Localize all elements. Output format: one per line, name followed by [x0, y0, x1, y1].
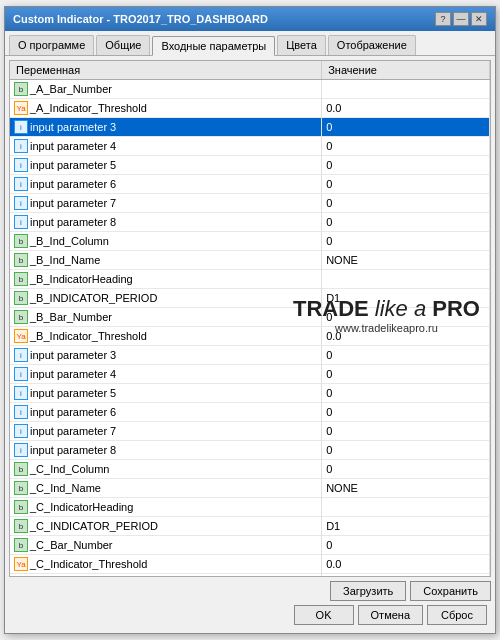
table-row[interactable]: iinput parameter 30 [10, 346, 490, 365]
row-type-icon: i [14, 196, 28, 210]
param-value-cell: 0 [322, 422, 490, 441]
table-row[interactable]: b_C_Ind_NameNONE [10, 479, 490, 498]
table-row[interactable]: b_B_Ind_Column0 [10, 232, 490, 251]
params-table-container[interactable]: TRADE like a PRO www.tradelikeapro.ru Пе… [9, 60, 491, 577]
table-row[interactable]: b_B_IndicatorHeading [10, 270, 490, 289]
cancel-button[interactable]: Отмена [358, 605, 423, 625]
save-button[interactable]: Сохранить [410, 581, 491, 601]
param-name-text: _B_IndicatorHeading [30, 273, 133, 285]
param-name-cell: b_C_Ind_Column [10, 460, 322, 479]
tab-input-params[interactable]: Входные параметры [152, 36, 275, 56]
param-name-cell: b_B_IndicatorHeading [10, 270, 322, 289]
reset-button[interactable]: Сброс [427, 605, 487, 625]
param-name-cell: Ya_A_Indicator_Threshold [10, 99, 322, 118]
param-name-cell: b_B_Bar_Number [10, 308, 322, 327]
param-value-cell: 0 [322, 403, 490, 422]
row-type-icon: Ya [14, 101, 28, 115]
param-name-text: _B_INDICATOR_PERIOD [30, 292, 157, 304]
tab-about[interactable]: О программе [9, 35, 94, 55]
param-value-cell: 0 [322, 175, 490, 194]
row-type-icon: b [14, 272, 28, 286]
param-name-text: input parameter 6 [30, 178, 116, 190]
table-row[interactable]: iinput parameter 60 [10, 175, 490, 194]
param-name-text: input parameter 5 [30, 159, 116, 171]
param-name-text: _A_Bar_Number [30, 83, 112, 95]
close-button[interactable]: ✕ [471, 12, 487, 26]
table-row[interactable]: iinput parameter 60 [10, 403, 490, 422]
minimize-button[interactable]: — [453, 12, 469, 26]
row-type-icon: b [14, 234, 28, 248]
table-row[interactable]: iinput parameter 50 [10, 384, 490, 403]
param-name-cell: iinput parameter 6 [10, 403, 322, 422]
table-row[interactable]: b_C_Ind_Column0 [10, 460, 490, 479]
param-name-cell: b_B_Ind_Column [10, 232, 322, 251]
table-row[interactable]: iinput parameter 80 [10, 213, 490, 232]
row-type-icon: b [14, 253, 28, 267]
param-value-cell: NONE [322, 479, 490, 498]
param-value-cell: 0 [322, 232, 490, 251]
param-name-text: input parameter 3 [30, 121, 116, 133]
table-row[interactable]: Ya_B_Indicator_Threshold0.0 [10, 327, 490, 346]
tab-colors[interactable]: Цвета [277, 35, 326, 55]
param-name-cell: b_A_Bar_Number [10, 80, 322, 99]
param-name-text: _C_INDICATOR_PERIOD [30, 520, 158, 532]
param-name-cell: iinput parameter 8 [10, 441, 322, 460]
param-name-text: _B_Bar_Number [30, 311, 112, 323]
table-row[interactable]: iinput parameter 70 [10, 422, 490, 441]
ok-button[interactable]: OK [294, 605, 354, 625]
param-value-cell: NONE [322, 251, 490, 270]
param-name-text: _C_Ind_Name [30, 482, 101, 494]
tab-display[interactable]: Отображение [328, 35, 416, 55]
row-type-icon: i [14, 215, 28, 229]
param-value-cell: 0 [322, 536, 490, 555]
bottom-buttons: OK Отмена Сброс [9, 601, 491, 629]
param-value-cell: 0 [322, 213, 490, 232]
param-name-cell: b_B_INDICATOR_PERIOD [10, 289, 322, 308]
param-name-text: input parameter 6 [30, 406, 116, 418]
param-name-text: _C_Indicator_Threshold [30, 558, 147, 570]
load-button[interactable]: Загрузить [330, 581, 406, 601]
table-row[interactable]: b_B_Bar_Number0 [10, 308, 490, 327]
table-row[interactable]: iinput parameter 30 [10, 574, 490, 578]
param-value-cell: 0.0 [322, 327, 490, 346]
tab-general[interactable]: Общие [96, 35, 150, 55]
table-row[interactable]: iinput parameter 40 [10, 137, 490, 156]
table-row[interactable]: b_C_INDICATOR_PERIODD1 [10, 517, 490, 536]
param-name-cell: b_C_IndicatorHeading [10, 498, 322, 517]
param-name-cell: iinput parameter 4 [10, 137, 322, 156]
param-name-text: input parameter 7 [30, 197, 116, 209]
param-name-cell: iinput parameter 5 [10, 156, 322, 175]
table-row[interactable]: b_C_IndicatorHeading [10, 498, 490, 517]
table-row[interactable]: iinput parameter 40 [10, 365, 490, 384]
table-row[interactable]: b_A_Bar_Number [10, 80, 490, 99]
param-value-cell: 0 [322, 441, 490, 460]
table-row[interactable]: iinput parameter 50 [10, 156, 490, 175]
row-type-icon: b [14, 82, 28, 96]
param-name-cell: b_C_Ind_Name [10, 479, 322, 498]
table-row[interactable]: b_C_Bar_Number0 [10, 536, 490, 555]
row-type-icon: i [14, 443, 28, 457]
row-type-icon: Ya [14, 329, 28, 343]
param-value-cell: D1 [322, 517, 490, 536]
param-name-text: _A_Indicator_Threshold [30, 102, 147, 114]
param-name-cell: iinput parameter 7 [10, 194, 322, 213]
table-row[interactable]: iinput parameter 70 [10, 194, 490, 213]
table-row[interactable]: iinput parameter 80 [10, 441, 490, 460]
table-row[interactable]: iinput parameter 30 [10, 118, 490, 137]
param-name-text: _B_Ind_Name [30, 254, 100, 266]
row-type-icon: i [14, 405, 28, 419]
param-name-text: _C_Ind_Column [30, 463, 110, 475]
col-variable-header: Переменная [10, 61, 322, 80]
row-type-icon: i [14, 158, 28, 172]
content-area: TRADE like a PRO www.tradelikeapro.ru Пе… [5, 56, 495, 633]
table-row[interactable]: Ya_C_Indicator_Threshold0.0 [10, 555, 490, 574]
row-type-icon: b [14, 462, 28, 476]
param-value-cell: 0 [322, 460, 490, 479]
param-name-cell: iinput parameter 7 [10, 422, 322, 441]
table-row[interactable]: b_B_Ind_NameNONE [10, 251, 490, 270]
help-button[interactable]: ? [435, 12, 451, 26]
table-row[interactable]: Ya_A_Indicator_Threshold0.0 [10, 99, 490, 118]
table-row[interactable]: b_B_INDICATOR_PERIODD1 [10, 289, 490, 308]
title-bar: Custom Indicator - TRO2017_TRO_DASHBOARD… [5, 7, 495, 31]
param-name-cell: Ya_C_Indicator_Threshold [10, 555, 322, 574]
